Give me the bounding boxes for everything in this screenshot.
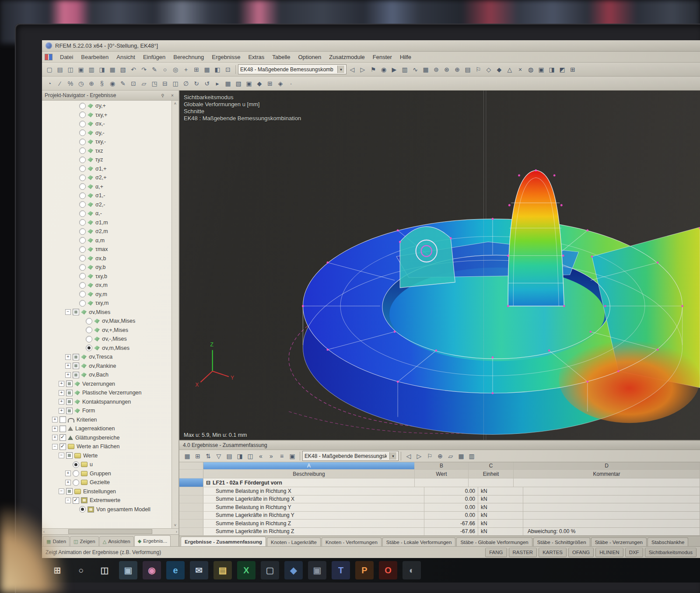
tree-item-control[interactable] xyxy=(79,157,86,163)
tree-item-control[interactable] xyxy=(79,112,86,118)
expand-icon[interactable] xyxy=(52,435,58,440)
pan-icon[interactable]: + xyxy=(181,64,191,75)
clip-icon[interactable]: ▣ xyxy=(536,64,546,75)
save-as-icon[interactable]: ▣ xyxy=(76,64,86,75)
tree-item[interactable]: τxy,b xyxy=(42,272,178,281)
prev-table-icon[interactable]: ◁ xyxy=(403,451,414,461)
menu-item[interactable]: Einfügen xyxy=(139,53,169,61)
status-toggle[interactable]: Sichtbarkeitsmodus xyxy=(645,548,696,557)
menu-item[interactable]: Hilfe xyxy=(396,53,415,61)
powerpoint-icon[interactable]: P xyxy=(355,561,374,579)
table-settings-icon[interactable]: ⊞ xyxy=(192,451,203,461)
prev-extreme-icon[interactable]: « xyxy=(256,451,266,461)
edit-icon[interactable]: ✎ xyxy=(118,78,128,89)
tree-item[interactable]: σv,Bach xyxy=(42,370,178,380)
rows-icon[interactable]: ≡ xyxy=(276,451,287,461)
tree-item[interactable]: σv,m,Mises xyxy=(42,344,178,353)
search-icon[interactable]: ○ xyxy=(72,561,90,579)
expand-icon[interactable] xyxy=(65,354,71,360)
warn-icon[interactable]: △ xyxy=(504,64,515,75)
excel-export-icon[interactable]: ▦ xyxy=(456,451,466,461)
mdi-child-icon[interactable] xyxy=(45,54,52,60)
table-tab[interactable]: Knoten - Lagerkräfte xyxy=(267,537,321,546)
tree-item[interactable]: Gezielte xyxy=(42,478,178,487)
clock-icon[interactable]: ◷ xyxy=(76,78,86,89)
tree-item-control[interactable] xyxy=(79,210,86,217)
file-explorer-icon[interactable]: ▤ xyxy=(214,561,232,579)
tree-item-control[interactable] xyxy=(79,273,86,279)
check-model-icon[interactable]: ⊛ xyxy=(441,64,452,75)
results-table[interactable]: A B C D Beschreibung Wert Einheit Kommen… xyxy=(179,462,700,536)
tree-item-control[interactable] xyxy=(73,497,79,504)
menu-item[interactable]: Fenster xyxy=(369,53,396,61)
tree-item-control[interactable] xyxy=(79,147,86,154)
tree-item[interactable]: σ2,m xyxy=(42,227,178,236)
menu-item[interactable]: Datei xyxy=(56,53,77,61)
expand-icon[interactable] xyxy=(65,309,71,315)
status-toggle[interactable]: HLINIEN xyxy=(595,548,623,557)
mail-icon[interactable]: ✉ xyxy=(190,561,208,579)
menu-item[interactable]: Ergebnisse xyxy=(208,53,244,61)
expand-icon[interactable] xyxy=(59,408,64,414)
app-gray-icon[interactable]: ▣ xyxy=(308,561,326,579)
cell-icon[interactable]: ▣ xyxy=(287,451,298,461)
zoom-window-icon[interactable]: ◎ xyxy=(170,64,181,75)
tree-item[interactable]: τyz xyxy=(42,155,178,164)
tree-item[interactable]: α,m xyxy=(42,236,178,245)
expand-icon[interactable] xyxy=(59,453,64,458)
tree-item[interactable]: τxy,m xyxy=(42,299,178,308)
table-tab[interactable]: Ergebnisse - Zusammenfassung xyxy=(181,537,266,546)
layers-icon[interactable]: ◩ xyxy=(557,64,567,75)
expand-icon[interactable] xyxy=(65,498,71,503)
tree-item-control[interactable] xyxy=(86,336,92,342)
insert-node-icon[interactable]: ⊕ xyxy=(86,78,97,89)
plane-icon[interactable]: ▱ xyxy=(139,78,149,89)
expand-icon[interactable] xyxy=(59,381,64,387)
excel-view-icon[interactable]: ▦ xyxy=(182,451,192,461)
print-preview-icon[interactable]: ◨ xyxy=(97,64,107,75)
load-case-group-row[interactable]: ⊟LF21 - 02a F Fördergut vorn xyxy=(179,478,700,487)
dot-icon[interactable]: · xyxy=(286,78,296,89)
tree-item-control[interactable] xyxy=(79,237,86,244)
print-table-icon[interactable]: ▥ xyxy=(466,451,477,461)
tree-item-control[interactable] xyxy=(79,165,86,172)
tree-item[interactable]: Plastische Verzerrungen xyxy=(42,388,178,398)
tree-item-control[interactable] xyxy=(60,426,66,432)
collapse-icon[interactable]: ⊟ xyxy=(160,78,170,89)
expand-icon[interactable] xyxy=(59,390,64,396)
expand-icon[interactable] xyxy=(65,471,71,476)
tree-item[interactable]: Einstellungen xyxy=(42,487,178,496)
tree-item[interactable]: τxz xyxy=(42,147,178,156)
terminal-icon[interactable]: ▢ xyxy=(261,561,279,579)
tree-item-control[interactable] xyxy=(79,201,86,208)
navigator-tab[interactable]: △ Ansichten xyxy=(99,536,134,546)
show-table-icon[interactable]: ▦ xyxy=(202,64,212,75)
result-row[interactable]: Summe Belastung in Richtung Y 0.00 kN xyxy=(179,503,700,512)
menu-item[interactable]: Optionen xyxy=(294,53,325,61)
opera-icon[interactable]: O xyxy=(379,561,397,579)
tree-item[interactable]: σy,b xyxy=(42,263,178,272)
tree-item[interactable]: σy,- xyxy=(42,129,178,138)
frozen-icon[interactable]: ▤ xyxy=(224,451,234,461)
animate-results-icon[interactable]: ▶ xyxy=(389,64,399,75)
tree-item-control[interactable] xyxy=(79,228,86,235)
tree-item[interactable]: σy,+ xyxy=(42,101,178,111)
tree-item-control[interactable] xyxy=(79,246,86,253)
plusgrid-icon[interactable]: ⊞ xyxy=(265,78,275,89)
paint3d-icon[interactable]: ◉ xyxy=(143,561,161,579)
gem-icon[interactable]: ◈ xyxy=(275,78,286,89)
tree-item-control[interactable] xyxy=(79,300,86,307)
show-results-icon[interactable]: ⚑ xyxy=(368,64,378,75)
expand-icon[interactable] xyxy=(59,399,64,405)
tree-item-control[interactable] xyxy=(73,309,79,315)
tree-item[interactable]: σ1,+ xyxy=(42,164,178,174)
model-viewport[interactable]: Z Y X Sichtbarkeitsmodus Globale Verform… xyxy=(179,91,700,440)
task-view-icon[interactable]: ◫ xyxy=(95,561,114,579)
tree-item[interactable]: Kontaktspannungen xyxy=(42,398,178,407)
tree-item-control[interactable] xyxy=(79,174,86,181)
tree-item[interactable]: σ1,- xyxy=(42,191,178,200)
tree-item-control[interactable] xyxy=(79,282,86,289)
tree-item[interactable]: Kriterien xyxy=(42,415,178,425)
table-tab[interactable]: Stabschlankhe xyxy=(648,537,688,546)
tree-item[interactable]: τxy,+ xyxy=(42,111,178,120)
